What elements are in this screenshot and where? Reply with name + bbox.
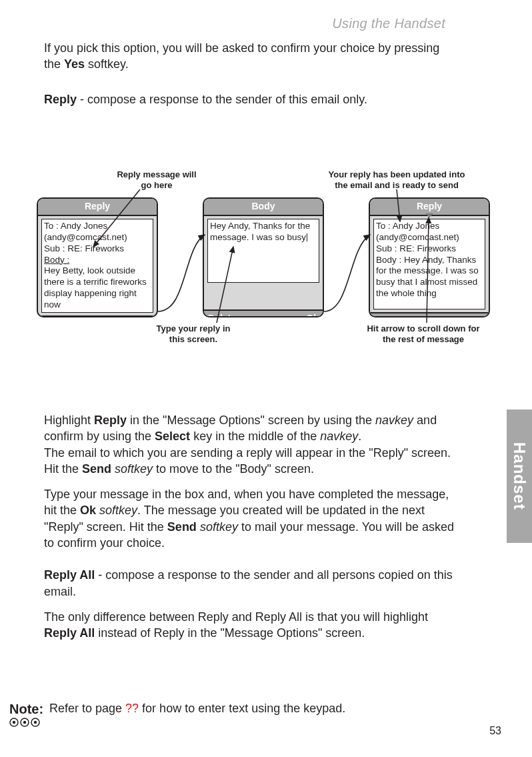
- intro-p1: If you pick this option, you will be ask…: [44, 40, 457, 73]
- body-p4: Reply All - compose a response to the se…: [44, 567, 457, 600]
- t: for how to enter text using the keypad.: [139, 702, 345, 715]
- t: - compose a response to the sender and a…: [44, 568, 453, 598]
- t: in the "Message Options" screen by using…: [127, 414, 375, 427]
- t: The only difference between Reply and Re…: [44, 610, 428, 624]
- note-icons: [9, 718, 40, 727]
- annot-type-reply: Type your reply inthis screen.: [140, 323, 247, 344]
- t: key in the middle of the: [190, 430, 320, 443]
- phone2-text: Hey Andy, Thanks for the message. I was …: [210, 221, 310, 242]
- missing-page-ref: ??: [125, 702, 139, 715]
- note-label: Note:: [9, 700, 45, 718]
- phone3-to: To : Andy Jones: [376, 221, 483, 232]
- phone-screen-body: Body Hey Andy, Thanks for the message. I…: [203, 197, 324, 317]
- phone1-softkeys: Cancel Send: [38, 315, 157, 317]
- phone2-body-area[interactable]: Hey Andy, Thanks for the message. I was …: [207, 219, 319, 283]
- body-p2: The email to which you are sending a rep…: [44, 445, 457, 478]
- softkey-ref-2: softkey: [99, 504, 137, 517]
- svg-point-5: [13, 721, 15, 724]
- phone2-softkey-delete[interactable]: Delete: [208, 312, 236, 317]
- body-p3: Type your message in the box and, when y…: [44, 486, 457, 551]
- svg-point-7: [23, 721, 26, 724]
- body-p5: The only difference between Reply and Re…: [44, 609, 457, 642]
- scroll-down-icon[interactable]: [425, 213, 433, 217]
- phone3-softkey-cancel[interactable]: Cancel: [374, 315, 405, 317]
- softkey-ref: softkey: [115, 462, 153, 476]
- side-tab-handset: Handset: [507, 410, 532, 543]
- reply-heading: Reply: [44, 93, 77, 106]
- phone3-softkeys: Cancel Send: [370, 312, 489, 317]
- annot-scroll-down: Hit arrow to scroll down forthe rest of …: [350, 323, 497, 344]
- reply-ref: Reply: [94, 414, 127, 427]
- phone3-email: (andy@comcast.net): [376, 232, 483, 243]
- phone2-softkey-ok[interactable]: Ok: [306, 312, 319, 317]
- svg-point-9: [34, 721, 37, 724]
- yes-softkey-ref: Yes: [64, 57, 85, 71]
- note-row: Note: Refer to page ?? for how to enter …: [9, 700, 503, 718]
- phone1-body-area: To : Andy Jones (andy@comcast.net) Sub :…: [41, 219, 153, 313]
- text: softkey.: [85, 57, 129, 71]
- annot-reply-goes-here: Reply message willgo here: [103, 169, 210, 190]
- phone3-softkey-send[interactable]: Send: [462, 315, 485, 317]
- annot-updated-ready: Your reply has been updated intothe emai…: [310, 169, 483, 190]
- t: Highlight: [44, 414, 94, 427]
- phone2-softkeys: Delete Ok: [204, 309, 323, 317]
- send-ref: Send: [82, 462, 111, 476]
- phone-screen-reply-2: Reply To : Andy Jones (andy@comcast.net)…: [369, 197, 490, 317]
- reply-diagram: Reply message willgo here Your reply has…: [30, 168, 510, 355]
- text: - compose a response to the sender of th…: [77, 93, 367, 106]
- note-bullet-icon: [31, 718, 40, 727]
- note-bullet-icon: [9, 718, 19, 727]
- phone3-sub: Sub : RE: Fireworks: [376, 243, 483, 255]
- body-block: Highlight Reply in the "Message Options"…: [44, 412, 457, 651]
- send-ref-2: Send: [167, 520, 197, 534]
- ok-ref: Ok: [80, 504, 96, 517]
- phone3-body-area: To : Andy Jones (andy@comcast.net) Sub :…: [373, 219, 485, 309]
- intro-block: If you pick this option, you will be ask…: [44, 40, 457, 117]
- body-p1: Highlight Reply in the "Message Options"…: [44, 412, 457, 445]
- select-ref: Select: [155, 430, 190, 443]
- note-text: Refer to page ?? for how to enter text u…: [49, 700, 345, 716]
- phone2-title: Body: [204, 199, 323, 216]
- page-number: 53: [489, 724, 501, 738]
- phone1-to: To : Andy Jones: [44, 221, 151, 232]
- phone3-body: Body : Hey Andy, Thanks for the message.…: [376, 255, 483, 300]
- note-bullet-icon: [20, 718, 29, 727]
- t: to move to the "Body" screen.: [153, 462, 314, 476]
- intro-p2: Reply - compose a response to the sender…: [44, 91, 457, 107]
- t: .: [358, 430, 361, 443]
- phone1-email: (andy@comcast.net): [44, 232, 151, 243]
- phone1-title: Reply: [38, 199, 157, 216]
- reply-all-ref: Reply All: [44, 626, 95, 640]
- softkey-ref-3: softkey: [200, 520, 238, 534]
- reply-all-heading: Reply All: [44, 568, 95, 582]
- phone1-sub: Sub : RE: Fireworks: [44, 243, 151, 255]
- navkey-ref: navkey: [375, 414, 413, 427]
- t: Refer to page: [49, 702, 125, 715]
- t: instead of Reply in the "Message Options…: [95, 626, 365, 640]
- running-head: Using the Handset: [332, 15, 445, 33]
- navkey-ref-2: navkey: [320, 430, 358, 443]
- phone1-quoted: Hey Betty, look outside there is a terri…: [44, 265, 151, 311]
- phone-screen-reply-1: Reply To : Andy Jones (andy@comcast.net)…: [37, 197, 158, 317]
- text-cursor-icon: [307, 233, 307, 241]
- phone1-body-label: Body :: [44, 255, 151, 266]
